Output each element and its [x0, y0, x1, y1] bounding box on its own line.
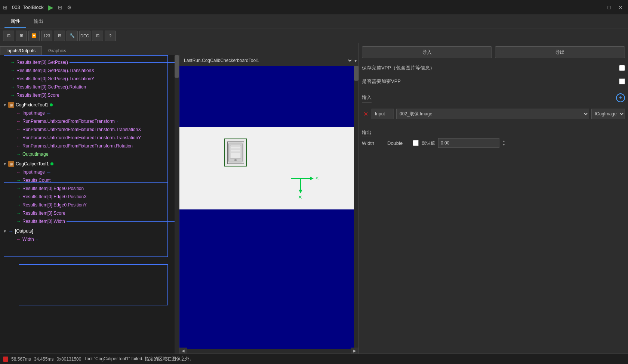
output-default-label: 默认值 — [422, 140, 435, 146]
dropdown-arrow-icon[interactable]: ▾ — [353, 58, 358, 63]
save-vpp-checkbox[interactable] — [619, 65, 625, 71]
output-default-value[interactable] — [438, 138, 499, 148]
tree-scrollbar-thumb[interactable] — [175, 55, 179, 78]
arrow-out-icon: → — [16, 202, 21, 208]
arrow-in-icon: ← — [16, 127, 21, 132]
tree-row-2[interactable]: → Results.Item[0].GetPose().TranslationX — [3, 66, 176, 75]
toolbar-icon-4[interactable]: 123 — [41, 31, 52, 41]
tab-inputs-outputs[interactable]: Inputs/Outputs — [0, 46, 42, 55]
left-tabs: Inputs/Outputs Graphics — [0, 43, 358, 55]
output-default-checkbox[interactable] — [413, 140, 419, 146]
tree-row-fixture-rot[interactable]: ← RunParams.UnfixturedFromFixturedTransf… — [3, 142, 176, 150]
toolbar-icon-1[interactable]: ⊡ — [3, 31, 14, 41]
image-v-scrollbar-thumb[interactable] — [354, 66, 358, 81]
tab-graphics[interactable]: Graphics — [42, 46, 73, 55]
expand-icon[interactable]: ▼ — [3, 162, 7, 166]
tree-row-fixture-runparams[interactable]: ← RunParams.UnfixturedFromFixturedTransf… — [3, 117, 176, 125]
tree-row-5[interactable]: → Results.Item[0].Score — [3, 91, 176, 99]
device-image — [224, 139, 247, 167]
maximize-button[interactable]: □ — [606, 3, 613, 12]
toolbar-icon-7[interactable]: DEG — [79, 31, 90, 41]
export-button[interactable]: 导出 — [495, 46, 625, 58]
arrow-in-icon: ← — [16, 119, 21, 124]
status-code: 0x80131500 — [56, 357, 81, 362]
save-vpp-row: 保存完整VPP（包含图片等信息） — [362, 63, 625, 73]
toolbar-icon-9[interactable]: ? — [105, 31, 116, 41]
svg-rect-1 — [230, 145, 241, 158]
close-button[interactable]: ✕ — [616, 3, 625, 12]
arrow-in-icon: ← — [16, 111, 21, 116]
svg-text:✕: ✕ — [298, 194, 302, 200]
toolbar-icon-6[interactable]: 🔧 — [67, 31, 78, 41]
tree-row-1[interactable]: → Results.Item[0].GetPose() — [3, 58, 176, 66]
image-white-area: < ✕ — [179, 127, 358, 209]
toolbar-icon-5[interactable]: ⊟ — [54, 31, 65, 41]
icon-toolbar: ⊡ ⊞ 🔽 123 ⊟ 🔧 DEG ⊡ ? — [0, 28, 628, 43]
input-source-select[interactable]: 002_取像.Image — [396, 109, 589, 119]
arrow-out-icon: → — [10, 60, 15, 65]
tab-output[interactable]: 输出 — [28, 16, 49, 28]
toolbar-icon-8[interactable]: ⊡ — [92, 31, 103, 41]
image-scroll-right[interactable]: ▶ — [351, 348, 358, 354]
title-bar: ⊞ 003_ToolBlock ▶ ⊟ ⚙ □ ✕ — [0, 0, 628, 15]
svg-marker-9 — [310, 177, 314, 180]
tree-row-fixture-out[interactable]: → OutputImage — [3, 150, 176, 158]
section-tool-icon: ⊞ — [8, 102, 14, 108]
spinner-up-icon[interactable]: ▲ — [502, 140, 505, 143]
tree-panel: → Results.Item[0].GetPose() → Results.It… — [0, 55, 179, 354]
image-h-scrollbar[interactable] — [187, 349, 351, 354]
tree-content[interactable]: → Results.Item[0].GetPose() → Results.It… — [0, 55, 179, 354]
tree-row-caliper-score[interactable]: → Results.Item[0].Score — [3, 209, 176, 217]
arrow-out-icon: → — [16, 211, 21, 216]
section-cogcaliper[interactable]: ▼ ⊞ CogCaliperTool1 — [3, 160, 176, 168]
spinner-down-icon[interactable]: ▼ — [502, 143, 505, 146]
tree-row-caliper-count[interactable]: → Results.Count — [3, 176, 176, 184]
tree-row-caliper-input[interactable]: ← InputImage ← — [3, 168, 176, 176]
output-section-title: 输出 — [362, 128, 372, 137]
arrow-out-icon: → — [10, 93, 15, 98]
play-button[interactable]: ▶ — [48, 3, 53, 12]
import-button[interactable]: 导入 — [362, 46, 492, 58]
tree-row-caliper-width[interactable]: → Results.Item[0].Width — [3, 217, 176, 225]
arrow-out-icon: → — [10, 68, 15, 73]
input-section-title: 输入 — [362, 93, 372, 103]
tree-row-width[interactable]: ← Width ← — [3, 235, 176, 243]
input-type-select[interactable]: ICogImage — [591, 109, 625, 119]
section-outputs[interactable]: ▼ → [Outputs] — [3, 227, 176, 235]
tree-row-caliper-edge0pos[interactable]: → Results.Item[0].Edge0.Position — [3, 184, 176, 193]
output-spinner[interactable]: ▲ ▼ — [502, 140, 505, 146]
arrow-in-icon: ← — [16, 169, 21, 175]
status-message: Tool "CogCaliperTool1" failed. 指定的区域在图像之… — [84, 356, 194, 362]
image-scroll-left[interactable]: ◀ — [179, 348, 187, 354]
import-export-row: 导入 导出 — [362, 46, 625, 58]
expand-icon[interactable]: ▼ — [3, 229, 7, 233]
tree-row-caliper-edge0posx[interactable]: → Results.Item[0].Edge0.PositionX — [3, 193, 176, 201]
section-cogfixture[interactable]: ▼ ⊞ CogFixtureTool1 — [3, 101, 176, 109]
tab-properties[interactable]: 属性 — [4, 16, 26, 28]
tree-row-fixture-tx[interactable]: ← RunParams.UnfixturedFromFixturedTransf… — [3, 125, 176, 134]
encrypt-vpp-row: 是否需要加密VPP — [362, 76, 625, 87]
remove-input-button[interactable]: ✕ — [362, 111, 369, 118]
image-v-scrollbar[interactable] — [354, 66, 358, 349]
output-type: Double — [387, 140, 410, 146]
tree-row-4[interactable]: → Results.Item[0].GetPose().Rotation — [3, 83, 176, 91]
arrow-out-icon: → — [10, 84, 15, 90]
toolbar-icon-2[interactable]: ⊞ — [16, 31, 27, 41]
save-button[interactable]: ⊟ — [58, 4, 62, 10]
tree-row-caliper-edge0posy[interactable]: → Results.Item[0].Edge0.PositionY — [3, 201, 176, 209]
settings-button[interactable]: ⚙ — [67, 4, 72, 10]
tree-row-fixture-ty[interactable]: ← RunParams.UnfixturedFromFixturedTransf… — [3, 134, 176, 142]
expand-icon[interactable]: ▼ — [3, 103, 7, 107]
toolbar-icon-3[interactable]: 🔽 — [28, 31, 40, 41]
add-input-button[interactable]: + — [616, 93, 625, 102]
tree-row-3[interactable]: → Results.Item[0].GetPose().TranslationY — [3, 75, 176, 83]
tree-row-fixture-input[interactable]: ← InputImage ← — [3, 109, 176, 117]
image-source-select[interactable]: LastRun.CogCalibCheckerboardTool1 — [179, 55, 353, 66]
arrow-in-icon: ← — [16, 143, 21, 149]
arrow-out-icon: → — [16, 178, 21, 183]
encrypt-vpp-checkbox[interactable] — [619, 78, 625, 84]
output-row: Width Double 默认值 ▲ ▼ — [362, 138, 625, 148]
arrow-out-icon: → — [16, 186, 21, 191]
device-inner — [227, 141, 244, 164]
tree-scrollbar[interactable] — [175, 55, 179, 354]
